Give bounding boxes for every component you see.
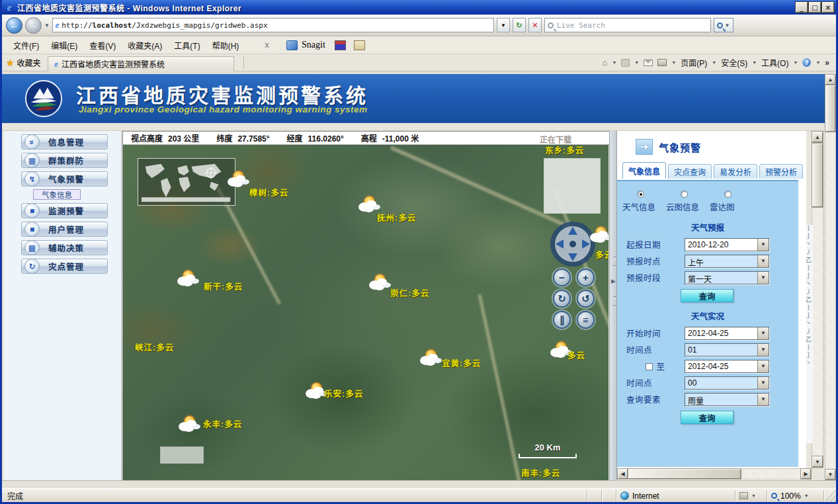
radio-button[interactable] [681,190,688,198]
snagit-toolbar[interactable]: Snagit [286,40,365,50]
history-dropdown-icon[interactable]: ▼ [44,22,50,28]
rotate-cw-button[interactable]: ↻ [553,290,571,308]
select-actual-1[interactable]: 01▼ [685,343,769,357]
dropdown-arrow-icon[interactable]: ▼ [757,344,769,356]
maximize-button[interactable]: □ [809,2,821,13]
page-tab[interactable]: e 江西省地质灾害监测预警系统 [48,56,234,71]
select-forecast-2[interactable]: 第一天▼ [685,271,769,284]
feed-icon[interactable] [621,59,630,67]
select-actual-0[interactable]: 2012-04-25▼ [685,327,769,340]
zoom-out-button[interactable]: − [553,269,571,286]
search-input[interactable]: Live Search [544,18,711,32]
tilt-up-button[interactable]: ∥ [553,311,571,329]
print-icon[interactable] [657,59,667,66]
resize-grip[interactable] [825,491,836,501]
feed-dropdown-icon[interactable]: ▼ [634,60,639,65]
tilt-down-button[interactable]: ≡ [577,311,595,329]
zoom-dropdown-icon[interactable]: ▼ [804,493,809,498]
back-button[interactable]: ← [6,17,22,34]
home-dropdown-icon[interactable]: ▼ [612,60,616,65]
help-dropdown-icon[interactable]: ▼ [816,60,820,65]
tab-1[interactable]: 灾点查询 [668,164,712,179]
url-dropdown-button[interactable]: ▼ [497,18,510,32]
protected-mode-dropdown-icon[interactable]: ▼ [751,493,756,498]
sidebar-item-1[interactable]: ▦群策群防 [21,153,108,168]
minimize-button[interactable]: _ [796,2,808,13]
menu-item-3[interactable]: 收藏夹(A) [122,40,168,53]
protected-mode-pane[interactable]: ▼ [735,490,767,502]
tools-dropdown-icon[interactable]: ▼ [793,60,798,65]
dropdown-arrow-icon[interactable]: ▼ [757,377,769,389]
tab-3[interactable]: 预警分析 [759,164,803,179]
snagit-capture-icon[interactable] [354,40,365,50]
dropdown-arrow-icon[interactable]: ▼ [757,272,769,284]
radio-button[interactable] [637,190,644,198]
actual-query-button[interactable]: 查询 [681,411,733,424]
rotate-ccw-button[interactable]: ↺ [577,290,595,308]
dropdown-arrow-icon[interactable]: ▼ [757,239,769,251]
sidebar-item-5[interactable]: ■用户管理 [21,222,108,237]
help-icon[interactable]: ? [802,58,811,67]
mail-icon[interactable] [644,60,653,66]
world-overview-inset[interactable] [138,158,235,206]
favorites-star-icon[interactable]: ★ [6,58,15,68]
safety-dropdown-icon[interactable]: ▼ [752,60,757,65]
weather-marker-icon[interactable] [369,274,393,293]
dropdown-arrow-icon[interactable]: ▼ [757,327,769,339]
sidebar-item-0[interactable]: »信息管理 [21,134,108,149]
weather-marker-icon[interactable] [228,171,251,190]
page-scroll-thumb[interactable] [825,85,835,132]
panel-scroll-up-icon[interactable]: ▲ [812,132,823,142]
panel-scroll-down-icon[interactable]: ▼ [812,456,823,467]
select-forecast-1[interactable]: 上午▼ [685,255,769,268]
home-icon[interactable]: ⌂ [603,58,608,67]
stop-button[interactable]: ✕ [528,18,542,32]
menu-item-0[interactable]: 文件(F) [7,40,45,53]
tab-0[interactable]: 气象信息 [622,162,666,179]
zoom-in-button[interactable]: + [577,269,595,286]
menu-item-5[interactable]: 帮助(H) [206,40,245,53]
weather-marker-icon[interactable] [590,227,608,245]
sidebar-item-2[interactable]: ↯气象预警 [21,171,108,187]
refresh-button[interactable]: ↻ [513,18,526,32]
favorites-label[interactable]: 收藏夹 [17,57,41,68]
tab-2[interactable]: 易发分析 [714,164,757,179]
menu-item-4[interactable]: 工具(T) [168,40,206,53]
weather-marker-icon[interactable] [179,416,202,435]
print-dropdown-icon[interactable]: ▼ [671,60,676,65]
search-options-icon[interactable]: ▼ [724,22,730,28]
more-commands-chevron[interactable]: » [825,58,829,67]
dropdown-arrow-icon[interactable]: ▼ [757,360,769,372]
panel-splitter[interactable]: ▶ [609,131,617,480]
radio-button[interactable] [724,190,732,198]
zoom-pane[interactable]: 100% ▼ [767,490,824,502]
snagit-profiles-icon[interactable] [335,40,346,50]
select-actual-2[interactable]: 2012-04-25▼ [685,360,769,373]
forecast-query-button[interactable]: 查询 [681,289,733,302]
page-scroll-down-icon[interactable]: ▼ [825,470,835,480]
page-menu[interactable]: 页面(P) [681,57,707,68]
panel-hscroll-thumb[interactable] [628,469,741,479]
close-button[interactable]: × [822,2,834,13]
collapse-arrow-icon[interactable]: ▶ [611,278,616,284]
page-vertical-scrollbar[interactable] [825,74,836,480]
weather-marker-icon[interactable] [420,350,444,368]
page-dropdown-icon[interactable]: ▼ [712,60,716,65]
forward-button[interactable]: → [25,17,42,34]
title-bar[interactable]: e 江西省地质灾害监测预警系统 - Windows Internet Explo… [2,0,836,15]
panel-scroll-thumb[interactable] [812,144,823,207]
panel-scroll-left-icon[interactable]: ◀ [618,469,628,479]
weather-marker-icon[interactable] [177,271,201,289]
search-go-button[interactable]: ▼ [714,18,733,32]
panel-scroll-right-icon[interactable]: ▶ [801,469,811,479]
dropdown-arrow-icon[interactable]: ▼ [757,394,769,405]
snagit-close-button[interactable]: x [265,40,269,50]
menu-item-1[interactable]: 编辑(E) [45,40,83,53]
map-view[interactable]: − + ↻ ↺ ∥ ≡ 20 Km 东乡:多云樟树:多云抚州:多云多云新干:多云… [123,145,608,482]
page-scroll-up-icon[interactable]: ▲ [825,75,835,85]
select-actual-4[interactable]: 雨量▼ [685,393,769,406]
tools-menu[interactable]: 工具(O) [761,57,788,68]
select-forecast-0[interactable]: 2010-12-20▼ [685,238,769,251]
sidebar-item-6[interactable]: ▩辅助决策 [21,240,108,255]
sidebar-item-7[interactable]: ↻灾点管理 [21,259,108,274]
